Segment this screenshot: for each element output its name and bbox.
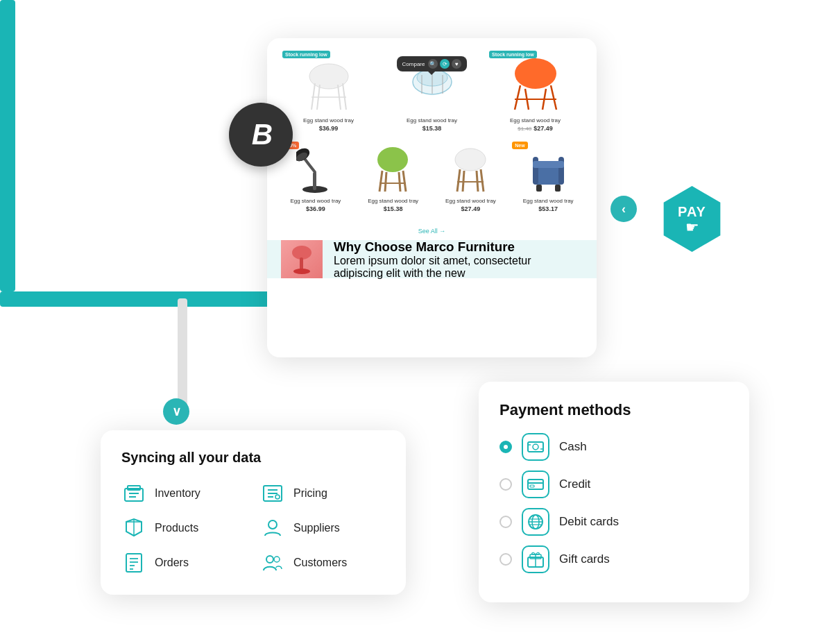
inventory-label: Inventory [155,487,200,500]
svg-rect-40 [300,257,303,270]
svg-line-24 [385,172,386,192]
product-price-3: $27.49 [533,125,553,132]
credit-label: Credit [559,477,590,491]
sync-card: Syncing all your data Inventory [101,430,406,595]
suppliers-label: Suppliers [293,522,340,534]
gift-icon [522,545,549,573]
debit-radio[interactable] [499,516,512,528]
product-img-4 [281,143,350,195]
pay-text: PAY [678,204,706,220]
product-price-row-3: $1.48 $27.49 [488,125,583,132]
product-cell-2: Compare 🔍 ⟳ ♥ Egg stand wood tray $15.38 [380,48,484,136]
sync-item-products: Products [121,516,246,541]
payment-item-debit[interactable]: Debit cards [499,508,728,536]
svg-line-28 [457,169,460,192]
products-icon [121,516,146,541]
teal-vertical-bar [0,0,15,291]
logo-circle: B [229,103,293,167]
svg-point-62 [533,444,538,450]
compare-icons: 🔍 ⟳ ♥ [428,59,461,69]
svg-line-2 [343,83,346,110]
product-name-1: Egg stand wood tray [281,117,376,124]
payment-title: Payment methods [499,401,728,419]
see-all-row: See All → [267,217,597,240]
product-name-6: Egg stand wood tray [436,198,506,204]
compare-active-icon[interactable]: ⟳ [440,59,450,69]
product-price-4: $36.99 [281,205,350,212]
promo-text: Why Choose Marco Furniture Lorem ipsum d… [334,239,583,280]
product-showcase-card: Stock running low Egg stand wood tray $3… [267,38,597,357]
payment-item-credit[interactable]: Credit [499,471,728,498]
svg-point-41 [293,269,310,274]
search-icon[interactable]: 🔍 [428,59,438,69]
svg-point-21 [377,147,408,172]
gift-label: Gift cards [559,552,610,566]
teal-horizontal-bar [0,291,312,307]
sync-item-pricing: Pricing [260,481,385,506]
svg-line-25 [399,172,400,192]
popup-arrow [429,71,436,75]
chevron-down-button[interactable]: ∨ [163,398,189,425]
stock-badge-1: Stock running low [282,51,330,58]
product-name-4: Egg stand wood tray [281,198,350,204]
customers-label: Customers [293,557,347,569]
product-price-7: $53.17 [513,205,583,212]
sync-item-suppliers: Suppliers [260,516,385,541]
cash-radio[interactable] [499,441,512,453]
stock-badge-3: Stock running low [489,51,537,58]
product-old-price-3: $1.48 [518,126,531,132]
product-cell-5: Egg stand wood tray $15.38 [355,139,432,217]
svg-point-27 [455,149,486,171]
svg-line-13 [551,85,556,110]
pricing-label: Pricing [293,487,327,500]
product-price-5: $15.38 [359,205,428,212]
chevron-left-icon: ‹ [622,202,626,217]
svg-rect-65 [528,480,543,489]
product-name-7: Egg stand wood tray [513,198,583,204]
new-badge-7: New [512,142,527,149]
product-price-2: $15.38 [384,125,479,132]
product-name-5: Egg stand wood tray [359,198,428,204]
credit-icon [522,471,549,498]
product-img-7 [513,143,583,195]
pricing-icon [260,481,285,506]
debit-icon [522,508,549,536]
product-name-3: Egg stand wood tray [488,117,583,124]
gift-radio[interactable] [499,553,512,566]
payment-item-gift[interactable]: Gift cards [499,545,728,573]
payment-item-cash[interactable]: Cash [499,433,728,461]
svg-point-11 [515,58,556,89]
pay-badge[interactable]: PAY ☛ [659,186,725,252]
product-price-6: $27.49 [436,205,506,212]
customers-icon [260,550,285,575]
compare-popup[interactable]: Compare 🔍 ⟳ ♥ [397,56,468,71]
svg-rect-36 [533,161,564,168]
product-img-1 [281,52,376,115]
see-all-button[interactable]: See All → [418,228,446,235]
pay-hand-icon: ☛ [685,219,699,237]
chevron-left-button[interactable]: ‹ [610,196,637,222]
inventory-icon [121,481,146,506]
svg-point-50 [275,495,280,499]
orders-label: Orders [155,557,189,569]
product-cell-1: Stock running low Egg stand wood tray $3… [277,48,380,136]
products-label: Products [155,522,198,534]
chevron-down-icon: ∨ [172,404,181,419]
svg-line-12 [515,85,520,110]
product-grid-top: Stock running low Egg stand wood tray $3… [267,38,597,136]
promo-desc: Lorem ipsum dolor sit amet, consectetur … [334,255,583,280]
credit-radio[interactable] [499,478,512,491]
gray-accent-bar [178,298,187,409]
svg-rect-38 [555,185,561,192]
svg-line-1 [311,83,315,110]
product-price-1: $36.99 [281,125,376,132]
product-img-5 [359,143,428,195]
svg-point-59 [266,556,273,563]
svg-line-22 [379,171,382,192]
promo-strip: Why Choose Marco Furniture Lorem ipsum d… [267,240,597,278]
compare-label: Compare [402,61,425,67]
svg-rect-37 [536,185,542,192]
product-img-3 [488,52,583,115]
heart-icon[interactable]: ♥ [452,59,461,69]
svg-line-29 [481,169,484,192]
